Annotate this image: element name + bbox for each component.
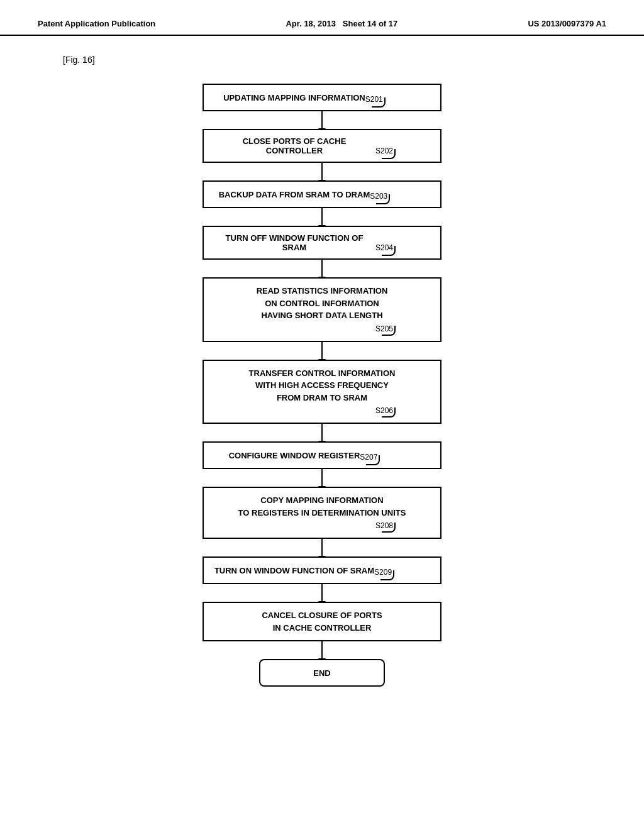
box-s210: CANCEL CLOSURE OF PORTSIN CACHE CONTROLL…: [203, 602, 441, 641]
box-s208: COPY MAPPING INFORMATIONTO REGISTERS IN …: [203, 487, 441, 539]
page: Patent Application Publication Apr. 18, …: [0, 0, 644, 830]
header-left: Patent Application Publication: [38, 19, 155, 28]
step-num-s202: S202: [375, 147, 393, 155]
step-s204: TURN OFF WINDOW FUNCTION OF SRAM S204: [203, 226, 441, 260]
step-num-s206: S206: [375, 405, 393, 416]
step-end: END: [259, 659, 385, 687]
box-s207: CONFIGURE WINDOW REGISTER S207: [203, 441, 441, 469]
box-s206-text: TRANSFER CONTROL INFORMATIONWITH HIGH AC…: [249, 367, 396, 404]
step-num-s209: S209: [374, 568, 392, 577]
box-s201: UPDATING MAPPING INFORMATION S201: [203, 84, 441, 111]
box-s205-text: READ STATISTICS INFORMATIONON CONTROL IN…: [257, 285, 388, 322]
page-header: Patent Application Publication Apr. 18, …: [0, 0, 644, 36]
arrow-8: [321, 539, 323, 556]
step-s202: CLOSE PORTS OF CACHE CONTROLLER S202: [203, 129, 441, 163]
arrow-5: [321, 342, 323, 360]
arrow-4: [321, 260, 323, 277]
box-s206: TRANSFER CONTROL INFORMATIONWITH HIGH AC…: [203, 360, 441, 424]
box-s210-text: CANCEL CLOSURE OF PORTSIN CACHE CONTROLL…: [262, 609, 382, 634]
header-center: Apr. 18, 2013 Sheet 14 of 17: [286, 19, 397, 28]
step-s210: CANCEL CLOSURE OF PORTSIN CACHE CONTROLL…: [203, 602, 441, 641]
box-end: END: [259, 659, 385, 687]
arrow-7: [321, 469, 323, 487]
step-num-s201: S201: [365, 95, 383, 104]
step-num-s204: S204: [375, 243, 393, 252]
step-s203: BACKUP DATA FROM SRAM TO DRAM S203: [203, 180, 441, 208]
arrow-10: [321, 641, 323, 659]
step-s205: READ STATISTICS INFORMATIONON CONTROL IN…: [203, 277, 441, 342]
arrow-1: [321, 111, 323, 129]
arrow-9: [321, 584, 323, 602]
step-s206: TRANSFER CONTROL INFORMATIONWITH HIGH AC…: [203, 360, 441, 424]
box-s202: CLOSE PORTS OF CACHE CONTROLLER S202: [203, 129, 441, 163]
flowchart: UPDATING MAPPING INFORMATION S201 CLOSE …: [0, 77, 644, 712]
box-s209: TURN ON WINDOW FUNCTION OF SRAM S209: [203, 556, 441, 584]
box-s208-text: COPY MAPPING INFORMATIONTO REGISTERS IN …: [238, 494, 406, 519]
step-s201: UPDATING MAPPING INFORMATION S201: [203, 84, 441, 111]
step-num-s207: S207: [360, 453, 377, 462]
step-num-s205: S205: [375, 323, 393, 335]
box-s203: BACKUP DATA FROM SRAM TO DRAM S203: [203, 180, 441, 208]
step-num-s203: S203: [370, 192, 387, 201]
arrow-3: [321, 208, 323, 226]
step-s207: CONFIGURE WINDOW REGISTER S207: [203, 441, 441, 469]
box-s205: READ STATISTICS INFORMATIONON CONTROL IN…: [203, 277, 441, 342]
figure-label: [Fig. 16]: [0, 48, 644, 77]
arrow-6: [321, 424, 323, 441]
step-s208: COPY MAPPING INFORMATIONTO REGISTERS IN …: [203, 487, 441, 539]
step-num-s208: S208: [375, 520, 393, 531]
box-s204: TURN OFF WINDOW FUNCTION OF SRAM S204: [203, 226, 441, 260]
step-s209: TURN ON WINDOW FUNCTION OF SRAM S209: [203, 556, 441, 584]
header-right: US 2013/0097379 A1: [528, 19, 606, 28]
arrow-2: [321, 163, 323, 180]
